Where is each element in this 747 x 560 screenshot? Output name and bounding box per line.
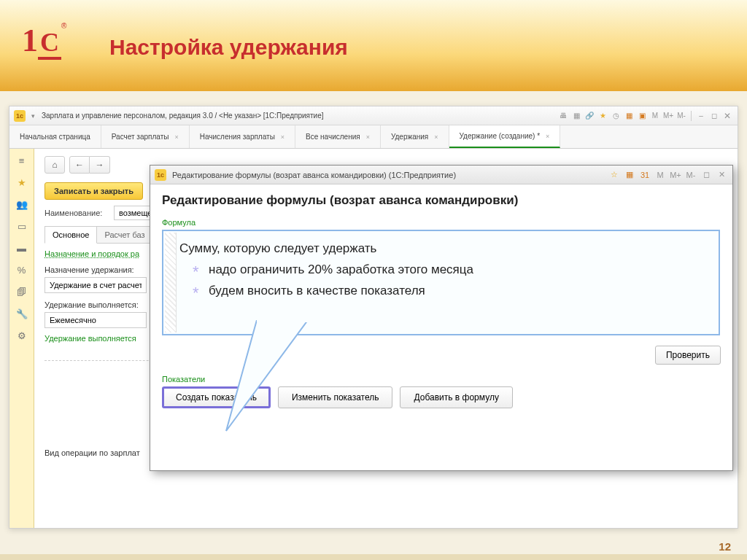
dialog-mplus[interactable]: M+ <box>669 168 682 182</box>
sidebar-copy-icon[interactable]: 🗐 <box>16 286 28 298</box>
tab-payroll-calc[interactable]: Расчет зарплаты× <box>101 125 190 148</box>
tab-deductions[interactable]: Удержания× <box>381 125 449 148</box>
edit-indicator-button[interactable]: Изменить показатель <box>278 386 393 408</box>
tab-start-page[interactable]: Начальная страница <box>9 125 101 148</box>
page-number: 12 <box>719 540 731 553</box>
tab-close-icon[interactable]: × <box>546 133 549 140</box>
formula-textarea[interactable]: Сумму, которую следует удержать * надо о… <box>162 230 720 335</box>
tab-label: Все начисления <box>306 133 360 141</box>
app-menu-dropdown[interactable]: ▾ <box>28 112 37 120</box>
titlebar-icon-history[interactable]: ◷ <box>610 110 622 122</box>
footer-ground <box>0 554 747 560</box>
annotation-text: будем вносить в качестве показателя <box>209 284 425 298</box>
tab-label: Начальная страница <box>20 133 90 141</box>
check-button[interactable]: Проверить <box>655 346 721 365</box>
function-sidebar: ≡ ★ 👥 ▭ ▬ % 🗐 🔧 ⚙ <box>9 149 34 528</box>
sidebar-card-icon[interactable]: ▭ <box>16 220 28 232</box>
titlebar-mplus[interactable]: M+ <box>662 110 674 122</box>
sidebar-menu-icon[interactable]: ≡ <box>16 155 28 166</box>
annotation-line-2: * надо ограничить 20% заработка этого ме… <box>179 260 703 281</box>
subtab-base-calc[interactable]: Расчет баз <box>96 226 152 243</box>
formula-section-label: Формула <box>162 218 721 227</box>
slide-title: Настройка удержания <box>109 35 348 60</box>
titlebar-icon-star[interactable]: ★ <box>597 110 608 122</box>
dialog-title-text: Редактирование формулы (возрат аванса ко… <box>169 171 608 179</box>
document-tabstrip: Начальная страница Расчет зарплаты× Начи… <box>9 125 738 149</box>
dialog-maximize-button[interactable]: ◻ <box>700 168 713 182</box>
create-indicator-button[interactable]: Создать показатель <box>162 386 271 408</box>
close-button[interactable]: ✕ <box>721 110 733 122</box>
titlebar-mminus[interactable]: M- <box>676 110 687 122</box>
minimize-button[interactable]: – <box>695 110 707 122</box>
maximize-button[interactable]: ◻ <box>708 110 720 122</box>
add-to-formula-button[interactable]: Добавить в формулу <box>400 386 512 408</box>
sidebar-people-icon[interactable]: 👥 <box>16 198 28 210</box>
indicators-section-label: Показатели <box>162 375 721 384</box>
dialog-body: Редактирование формулы (возрат аванса ко… <box>150 184 732 417</box>
formula-editor-dialog: 1c Редактирование формулы (возрат аванса… <box>150 165 733 471</box>
tab-label: Расчет зарплаты <box>112 133 169 141</box>
app-title-text: Зарплата и управление персоналом, редакц… <box>42 112 557 120</box>
slide-banner: 1C® Настройка удержания <box>0 0 747 91</box>
tab-label: Удержания <box>391 133 428 141</box>
formula-gutter <box>165 233 177 332</box>
home-button[interactable]: ⌂ <box>44 156 65 174</box>
sidebar-gear-icon[interactable]: ⚙ <box>16 330 28 341</box>
dialog-m[interactable]: M <box>654 168 667 182</box>
dialog-calendar-icon[interactable]: 31 <box>638 168 651 182</box>
dialog-calc-icon[interactable]: ▦ <box>623 168 636 182</box>
tab-label: Начисления зарплаты <box>200 133 275 141</box>
titlebar-icon-calc[interactable]: ▦ <box>623 110 635 122</box>
back-button[interactable]: ← <box>69 156 90 174</box>
dialog-app-icon: 1c <box>155 169 166 181</box>
tab-close-icon[interactable]: × <box>434 133 438 141</box>
subtab-main[interactable]: Основное <box>44 226 97 244</box>
logo-c: C <box>38 28 61 60</box>
exec-input[interactable] <box>44 312 147 328</box>
tab-label: Удержание (создание) * <box>460 132 541 140</box>
app-icon: 1c <box>14 110 26 122</box>
titlebar-icon-link[interactable]: 🔗 <box>584 110 595 122</box>
dialog-mminus[interactable]: M- <box>684 168 697 182</box>
purpose-input[interactable] <box>44 277 147 293</box>
tab-close-icon[interactable]: × <box>366 133 370 141</box>
forward-button[interactable]: → <box>90 156 110 174</box>
tab-close-icon[interactable]: × <box>281 133 285 141</box>
app-titlebar-controls: 🖶 ▦ 🔗 ★ ◷ ▦ ▣ M M+ M- – ◻ ✕ <box>557 110 733 122</box>
annotation-line-3: * будем вносить в качестве показателя <box>179 281 703 302</box>
sidebar-wrench-icon[interactable]: 🔧 <box>16 308 28 319</box>
logo-registered: ® <box>61 22 66 30</box>
save-and-close-button[interactable]: Записать и закрыть <box>44 182 143 200</box>
tab-deduction-create[interactable]: Удержание (создание) *× <box>449 125 561 148</box>
dialog-heading: Редактирование формулы (возрат аванса ко… <box>162 193 721 208</box>
dialog-close-button[interactable]: ✕ <box>715 168 728 182</box>
titlebar-icon-doc[interactable]: ▦ <box>570 110 582 122</box>
annotation-text: надо ограничить 20% заработка этого меся… <box>209 262 473 276</box>
sidebar-star-icon[interactable]: ★ <box>16 176 28 188</box>
sidebar-bar-icon[interactable]: ▬ <box>16 242 28 254</box>
bullet-star-icon: * <box>193 279 199 306</box>
sidebar-percent-icon[interactable]: % <box>16 264 28 276</box>
dialog-star-icon[interactable]: ☆ <box>608 168 621 182</box>
name-label: Наименование: <box>44 209 114 217</box>
tab-all-accruals[interactable]: Все начисления× <box>295 125 381 148</box>
dialog-titlebar: 1c Редактирование формулы (возрат аванса… <box>150 166 732 184</box>
logo-1: 1 <box>22 23 38 58</box>
tab-accruals[interactable]: Начисления зарплаты× <box>190 125 295 148</box>
callout-mask <box>257 316 309 322</box>
titlebar-icon-calendar[interactable]: ▣ <box>636 110 648 122</box>
titlebar-icon-print[interactable]: 🖶 <box>557 110 569 122</box>
titlebar-m[interactable]: M <box>649 110 661 122</box>
app-titlebar: 1c ▾ Зарплата и управление персоналом, р… <box>9 106 738 125</box>
tab-close-icon[interactable]: × <box>174 133 178 141</box>
logo-1c: 1C® <box>22 22 80 66</box>
annotation-line-1: Сумму, которую следует удержать <box>179 238 703 260</box>
